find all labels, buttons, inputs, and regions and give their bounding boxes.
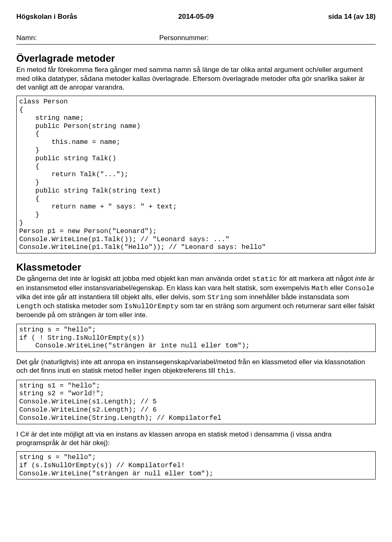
text: som innehåller både instansdata som: [232, 293, 349, 301]
text: vilka det inte går att instantiera till …: [16, 293, 207, 301]
person-number-label: Personnummer:: [159, 34, 209, 43]
form-labels-row: Namn: Personnummer:: [16, 34, 376, 43]
para2: Det går (naturligtvis) inte att anropa e…: [16, 358, 376, 376]
code-inline-this: this: [217, 367, 234, 375]
code-block-1: class Person { string name; public Perso…: [16, 96, 376, 253]
text: De gångerna det inte är logiskt att jobb…: [16, 275, 252, 282]
section2-para1: De gångerna det inte är logiskt att jobb…: [16, 274, 376, 319]
divider: [16, 44, 376, 45]
page-header: Högskolan i Borås 2014-05-09 sida 14 (av…: [16, 12, 376, 21]
header-institution: Högskolan i Borås: [16, 12, 136, 21]
section1-body: En metod får förekomma flera gånger med …: [16, 65, 376, 92]
code-inline-length: Length: [16, 302, 41, 310]
text: och statiska metoder som: [41, 302, 124, 310]
code-inline-console: Console: [345, 284, 374, 292]
italic-inte: inte: [355, 275, 366, 282]
text: för att markera att något: [277, 275, 355, 282]
text: Det går (naturligtvis) inte att anropa e…: [16, 358, 365, 374]
header-date: 2014-05-09: [136, 12, 256, 21]
section-title-overloaded-methods: Överlagrade metoder: [16, 52, 376, 65]
text: eller: [328, 284, 345, 292]
code-inline-static: static: [252, 275, 277, 283]
para3: I C# är det inte möjligt att via en inst…: [16, 430, 376, 448]
code-inline-math: Math: [312, 284, 328, 292]
code-inline-string: String: [207, 293, 232, 301]
header-page-number: sida 14 (av 18): [256, 12, 376, 21]
text: .: [234, 367, 236, 374]
code-inline-isnullorempty: IsNullOrEmpty: [124, 302, 178, 310]
code-block-3: string s1 = "hello"; string s2 = "world!…: [16, 380, 376, 424]
code-block-4: string s = "hello"; if (s.IsNullOrEmpty(…: [16, 451, 376, 479]
section-title-class-methods: Klassmetoder: [16, 261, 376, 273]
code-block-2: string s = "hello"; if ( ! String.IsNull…: [16, 324, 376, 352]
name-label: Namn:: [16, 34, 159, 43]
